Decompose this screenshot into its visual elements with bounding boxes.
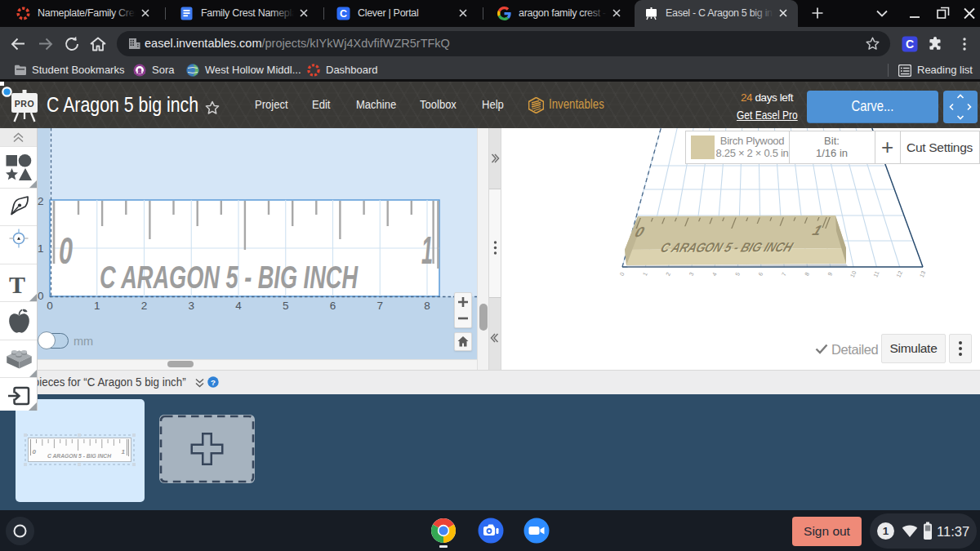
svg-text:1: 1 xyxy=(38,242,44,255)
svg-text:3: 3 xyxy=(188,300,194,312)
svg-text:C: C xyxy=(906,38,914,51)
svg-text:0: 0 xyxy=(33,448,37,455)
svg-text:6: 6 xyxy=(757,271,764,277)
svg-text:1: 1 xyxy=(122,448,126,455)
svg-text:1: 1 xyxy=(94,300,100,312)
svg-text:4: 4 xyxy=(235,300,242,312)
svg-text:2: 2 xyxy=(38,195,44,207)
svg-text:1: 1 xyxy=(421,229,433,272)
svg-text:5: 5 xyxy=(734,271,741,277)
svg-text:0: 0 xyxy=(38,290,44,302)
svg-text:11: 11 xyxy=(872,270,880,278)
svg-text:1: 1 xyxy=(642,271,648,277)
svg-text:0: 0 xyxy=(47,300,53,312)
svg-text:10: 10 xyxy=(849,270,858,278)
svg-text:5: 5 xyxy=(283,300,289,312)
svg-text:0: 0 xyxy=(619,271,626,277)
svg-text:2: 2 xyxy=(141,300,148,312)
svg-text:PRO: PRO xyxy=(15,99,34,109)
svg-text:C ARAGON 5 - BIG INCH: C ARAGON 5 - BIG INCH xyxy=(658,240,795,256)
svg-text:7: 7 xyxy=(376,300,383,312)
svg-text:0: 0 xyxy=(59,229,73,272)
svg-text:C ARAGON 5 - BIG INCH: C ARAGON 5 - BIG INCH xyxy=(100,260,359,295)
svg-text:C ARAGON 5 - BIG INCH: C ARAGON 5 - BIG INCH xyxy=(47,453,111,459)
svg-text:4: 4 xyxy=(711,271,718,277)
svg-text:?: ? xyxy=(211,378,216,387)
svg-text:9: 9 xyxy=(826,271,833,277)
svg-text:3: 3 xyxy=(688,271,694,277)
svg-text:8: 8 xyxy=(804,271,810,277)
svg-text:8: 8 xyxy=(424,300,430,312)
svg-text:C: C xyxy=(340,8,347,20)
svg-text:12: 12 xyxy=(895,270,903,278)
svg-text:13: 13 xyxy=(919,270,927,278)
svg-text:6: 6 xyxy=(330,300,336,312)
svg-text:7: 7 xyxy=(781,271,787,277)
svg-text:2: 2 xyxy=(665,271,671,277)
